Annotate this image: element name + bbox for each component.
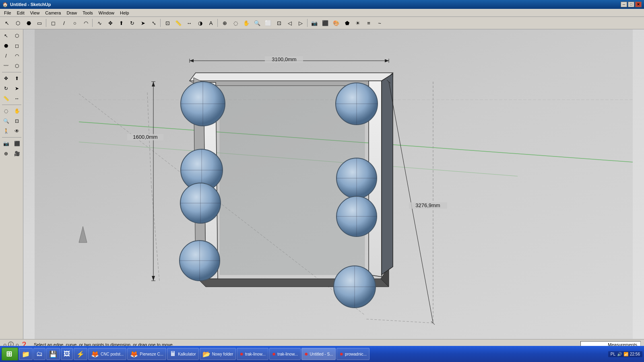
trak1-icon: ● <box>239 350 244 358</box>
taskbar-app-pierwsze[interactable]: 🦊 Pierwsze C... <box>127 348 166 360</box>
toolbar-btn-9[interactable]: ✥ <box>105 18 116 28</box>
left-toolbar-btn-2-1[interactable]: ◠ <box>12 51 22 61</box>
toolbar-btn-14[interactable]: ⊡ <box>162 18 173 28</box>
toolbar-btn-1[interactable]: ⬡ <box>12 18 23 28</box>
left-toolbar-btn-8-0[interactable]: 🔍 <box>1 116 11 126</box>
toolbar-btn-19[interactable]: ⊕ <box>219 18 230 28</box>
toolbar-btn-23[interactable]: ⬜ <box>263 18 273 28</box>
folder-label: Nowy folder <box>212 352 233 356</box>
toolbar-btn-2[interactable]: ⬣ <box>23 18 34 28</box>
toolbar-btn-12[interactable]: ➤ <box>138 18 148 28</box>
toolbar-btn-32[interactable]: ≡ <box>363 18 374 28</box>
speaker-icon: 🔊 <box>617 352 622 356</box>
left-toolbar-btn-6-0[interactable]: 📏 <box>1 94 11 103</box>
toolbar-btn-7[interactable]: ◠ <box>80 18 91 28</box>
taskbar-app-trak2[interactable]: ● trak-linow... <box>269 348 301 360</box>
menu-item-draw[interactable]: Draw <box>64 10 79 16</box>
toolbar-btn-30[interactable]: ⬟ <box>342 18 352 28</box>
toolbar-btn-27[interactable]: 📷 <box>309 18 320 28</box>
svg-marker-17 <box>382 74 393 275</box>
toolbar-btn-15[interactable]: 📏 <box>173 18 184 28</box>
menu-item-file[interactable]: File <box>2 10 14 16</box>
menu-item-camera[interactable]: Camera <box>43 10 63 16</box>
left-toolbar-btn-3-0[interactable]: 〰 <box>1 61 11 71</box>
maximize-button[interactable]: □ <box>628 2 634 7</box>
toolbar-btn-13[interactable]: ⤡ <box>149 18 159 28</box>
taskbar-app-cnc1[interactable]: 🦊 CNC podst... <box>88 348 126 360</box>
menu-item-help[interactable]: Help <box>118 10 132 16</box>
canvas-area[interactable]: 3100,0mm 1600,0mm 3276,9mm <box>23 29 644 339</box>
left-toolbar-btn-8-1[interactable]: ⊡ <box>12 116 22 126</box>
toolbar-btn-11[interactable]: ↻ <box>127 18 137 28</box>
toolbar-btn-18[interactable]: A <box>206 18 216 28</box>
explorer-icon: 📁 <box>22 350 30 358</box>
left-toolbar-pair-7: ◌✋ <box>1 106 22 116</box>
toolbar-btn-0[interactable]: ↖ <box>2 18 12 28</box>
toolbar-btn-10[interactable]: ⬆ <box>116 18 126 28</box>
minimize-button[interactable]: ─ <box>621 2 627 7</box>
menu-item-edit[interactable]: Edit <box>14 10 27 16</box>
toolbar-btn-22[interactable]: 🔍 <box>252 18 262 28</box>
toolbar-btn-6[interactable]: ○ <box>70 18 80 28</box>
svg-marker-11 <box>190 73 393 81</box>
left-toolbar-btn-3-1[interactable]: ⬡ <box>12 61 22 71</box>
titlebar-controls[interactable]: ─ □ ✕ <box>621 2 642 7</box>
trak2-label: trak-linow... <box>277 352 298 356</box>
menu-item-window[interactable]: Window <box>96 10 117 16</box>
taskbar-app-untitled[interactable]: ● Untitled - S... <box>301 348 336 360</box>
left-toolbar-pair-4: ✥⬆ <box>1 74 22 83</box>
taskbar-app-kalkulator[interactable]: 🖩 Kalkulator <box>167 348 198 360</box>
left-toolbar-btn-7-0[interactable]: ◌ <box>1 106 11 116</box>
left-toolbar-btn-9-0[interactable]: 🚶 <box>1 126 11 136</box>
prowadnic-label: prowadnic... <box>345 352 367 356</box>
left-toolbar-btn-4-0[interactable]: ✥ <box>1 74 11 83</box>
left-toolbar-btn-9-1[interactable]: 👁 <box>12 126 22 136</box>
left-toolbar-btn-0-1[interactable]: ⬡ <box>12 31 22 41</box>
toolbar-btn-26[interactable]: ▷ <box>295 18 306 28</box>
left-toolbar-btn-1-0[interactable]: ⬣ <box>1 41 11 51</box>
taskbar-app-trak1[interactable]: ● trak-linow... <box>237 348 268 360</box>
left-toolbar-btn-11-0[interactable]: ⊕ <box>1 149 11 158</box>
window-title: Untitled - SketchUp <box>10 2 51 7</box>
toolbar-btn-17[interactable]: ◑ <box>195 18 205 28</box>
toolbar-btn-3[interactable]: ▭ <box>34 18 45 28</box>
toolbar-btn-29[interactable]: 🎨 <box>331 18 341 28</box>
toolbar-btn-28[interactable]: ⬛ <box>320 18 330 28</box>
taskbar-app-folder[interactable]: 📂 Nowy folder <box>200 348 236 360</box>
toolbar-row1: ↖⬡⬣▭◻/○◠∿✥⬆↻➤⤡⊡📏↔◑A⊕◌✋🔍⬜⊡◁▷📷⬛🎨⬟☀≡~ <box>0 17 644 29</box>
left-toolbar-btn-4-1[interactable]: ⬆ <box>12 74 22 83</box>
toolbar-btn-25[interactable]: ◁ <box>285 18 295 28</box>
left-toolbar-btn-2-0[interactable]: / <box>1 51 11 61</box>
start-button[interactable]: ⊞ <box>2 348 18 360</box>
toolbar-btn-20[interactable]: ◌ <box>230 18 241 28</box>
taskbar-app-files[interactable]: 🗂 <box>33 348 45 360</box>
toolbar-btn-5[interactable]: / <box>59 18 69 28</box>
left-toolbar-btn-5-1[interactable]: ➤ <box>12 84 22 93</box>
toolbar-btn-4[interactable]: ◻ <box>48 18 58 28</box>
taskbar-app-prowadnic[interactable]: ● prowadnic... <box>336 348 369 360</box>
taskbar-app-ps[interactable]: 🖼 <box>61 348 73 360</box>
taskbar-app-bolt[interactable]: ⚡ <box>74 348 87 360</box>
lang-indicator: PL <box>611 352 615 356</box>
taskbar-app-explorer[interactable]: 📁 <box>19 348 33 360</box>
left-toolbar-btn-0-0[interactable]: ↖ <box>1 31 11 41</box>
left-toolbar-btn-5-0[interactable]: ↻ <box>1 84 11 93</box>
toolbar-btn-31[interactable]: ☀ <box>353 18 363 28</box>
menu-item-view[interactable]: View <box>28 10 42 16</box>
toolbar-btn-33[interactable]: ~ <box>374 18 385 28</box>
menu-item-tools[interactable]: Tools <box>80 10 95 16</box>
clock: 22:56 <box>630 352 640 356</box>
toolbar-btn-16[interactable]: ↔ <box>184 18 194 28</box>
titlebar: 🏠 Untitled - SketchUp ─ □ ✕ <box>0 0 644 9</box>
toolbar-btn-8[interactable]: ∿ <box>94 18 105 28</box>
toolbar-btn-21[interactable]: ✋ <box>241 18 252 28</box>
left-toolbar-btn-6-1[interactable]: ↔ <box>12 94 22 103</box>
close-button[interactable]: ✕ <box>635 2 642 7</box>
taskbar-app-save[interactable]: 💾 <box>46 348 60 360</box>
toolbar-btn-24[interactable]: ⊡ <box>274 18 284 28</box>
left-toolbar-btn-10-1[interactable]: ⬛ <box>12 139 22 148</box>
left-toolbar-btn-11-1[interactable]: 🎥 <box>12 149 22 158</box>
left-toolbar-btn-7-1[interactable]: ✋ <box>12 106 22 116</box>
left-toolbar-btn-10-0[interactable]: 📷 <box>1 139 11 148</box>
left-toolbar-btn-1-1[interactable]: ◻ <box>12 41 22 51</box>
